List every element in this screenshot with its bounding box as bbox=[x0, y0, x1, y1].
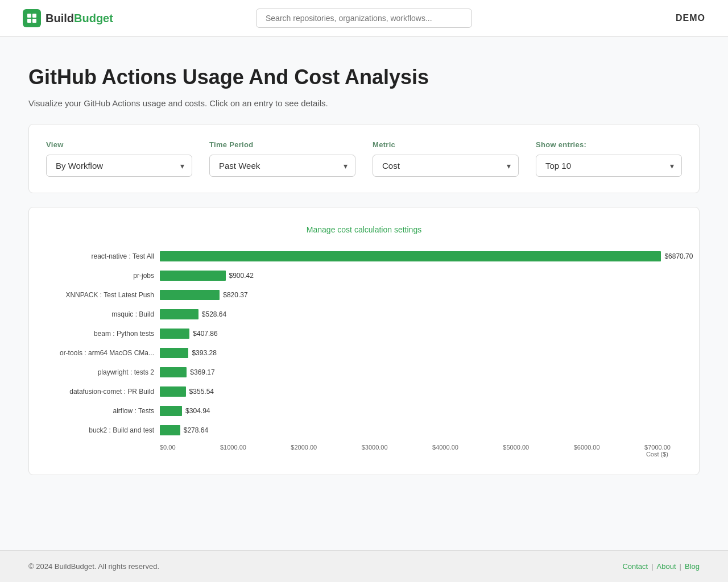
bar-label: react-native : Test All bbox=[46, 252, 160, 260]
entries-label: Show entries: bbox=[536, 140, 682, 149]
bar-value-label: $355.54 bbox=[186, 388, 214, 396]
bar-row[interactable]: beam : Python tests$407.86 bbox=[46, 326, 671, 342]
svg-rect-3 bbox=[32, 19, 36, 23]
bar-label: airflow : Tests bbox=[46, 407, 160, 415]
bar-row[interactable]: playwright : tests 2$369.17 bbox=[46, 364, 671, 380]
filter-row: View By Workflow By Repository By Organi… bbox=[46, 140, 682, 177]
x-axis-row: $0.00$1000.00$2000.00$3000.00$4000.00$50… bbox=[46, 444, 671, 451]
x-axis-label: $5000.00 bbox=[503, 444, 529, 451]
filter-group-time: Time Period Past Week Past Month Past 3 … bbox=[209, 140, 355, 177]
x-axis-title: Cost ($) bbox=[646, 451, 671, 458]
bar-fill bbox=[160, 329, 189, 339]
search-input[interactable] bbox=[256, 9, 472, 28]
logo-budget: Budget bbox=[74, 12, 113, 24]
bar-fill bbox=[160, 386, 186, 397]
bar-label: msquic : Build bbox=[46, 310, 160, 318]
footer-links: Contact | About | Blog bbox=[622, 562, 700, 571]
bars-container: react-native : Test All$6870.70pr-jobs$9… bbox=[46, 248, 671, 442]
bar-label: buck2 : Build and test bbox=[46, 426, 160, 434]
x-axis-label: $4000.00 bbox=[432, 444, 458, 451]
bar-row[interactable]: msquic : Build$528.64 bbox=[46, 306, 671, 322]
main-content: GitHub Actions Usage And Cost Analysis V… bbox=[0, 37, 728, 550]
bar-track: $304.94 bbox=[160, 403, 671, 419]
logo-build: Build bbox=[46, 12, 74, 24]
bar-row[interactable]: or-tools : arm64 MacOS CMa...$393.28 bbox=[46, 345, 671, 361]
filter-group-entries: Show entries: Top 5 Top 10 Top 20 Top 50 bbox=[536, 140, 682, 177]
filter-card: View By Workflow By Repository By Organi… bbox=[28, 124, 700, 193]
bar-track: $407.86 bbox=[160, 326, 671, 342]
logo-text: BuildBudget bbox=[46, 12, 113, 25]
view-select-wrapper: By Workflow By Repository By Organizatio… bbox=[46, 155, 192, 177]
bar-fill bbox=[160, 290, 220, 300]
bar-row[interactable]: buck2 : Build and test$278.64 bbox=[46, 422, 671, 438]
svg-rect-1 bbox=[32, 14, 36, 18]
bar-track: $355.54 bbox=[160, 384, 671, 400]
bar-value-label: $820.37 bbox=[220, 291, 247, 299]
bar-row[interactable]: airflow : Tests$304.94 bbox=[46, 403, 671, 419]
time-select[interactable]: Past Week Past Month Past 3 Months Past … bbox=[209, 155, 355, 177]
bar-row[interactable]: react-native : Test All$6870.70 bbox=[46, 248, 671, 264]
metric-select-wrapper: Cost Duration Runs bbox=[373, 155, 519, 177]
bar-track: $528.64 bbox=[160, 306, 671, 322]
footer-separator-2: | bbox=[680, 562, 681, 571]
bar-fill bbox=[160, 425, 180, 435]
x-axis-label: $7000.00 bbox=[644, 444, 671, 451]
demo-label: DEMO bbox=[676, 13, 705, 23]
bar-fill bbox=[160, 367, 187, 377]
footer-separator-1: | bbox=[651, 562, 653, 571]
view-select[interactable]: By Workflow By Repository By Organizatio… bbox=[46, 155, 192, 177]
bar-track: $6870.70 bbox=[160, 248, 671, 264]
manage-cost-link[interactable]: Manage cost calculation settings bbox=[307, 225, 421, 234]
bar-value-label: $528.64 bbox=[198, 310, 226, 318]
logo[interactable]: BuildBudget bbox=[23, 9, 113, 27]
bar-label: playwright : tests 2 bbox=[46, 368, 160, 376]
x-axis-label: $6000.00 bbox=[574, 444, 600, 451]
bar-fill bbox=[160, 271, 226, 281]
svg-rect-0 bbox=[27, 14, 31, 18]
logo-svg bbox=[26, 13, 38, 24]
x-axis-label: $3000.00 bbox=[362, 444, 388, 451]
search-box bbox=[256, 9, 472, 28]
header: BuildBudget DEMO bbox=[0, 0, 728, 37]
bar-fill bbox=[160, 348, 188, 358]
logo-icon bbox=[23, 9, 41, 27]
bar-label: or-tools : arm64 MacOS CMa... bbox=[46, 349, 160, 357]
filter-group-metric: Metric Cost Duration Runs bbox=[373, 140, 519, 177]
bar-row[interactable]: pr-jobs$900.42 bbox=[46, 268, 671, 284]
x-axis-label: $2000.00 bbox=[291, 444, 317, 451]
footer-contact-link[interactable]: Contact bbox=[622, 562, 648, 571]
bar-value-label: $900.42 bbox=[226, 272, 254, 280]
bar-fill bbox=[160, 309, 198, 319]
bar-fill bbox=[160, 406, 182, 416]
filter-group-view: View By Workflow By Repository By Organi… bbox=[46, 140, 192, 177]
bar-value-label: $278.64 bbox=[180, 426, 208, 434]
bar-value-label: $304.94 bbox=[182, 407, 210, 415]
bar-track: $900.42 bbox=[160, 268, 671, 284]
bar-track: $369.17 bbox=[160, 364, 671, 380]
entries-select-wrapper: Top 5 Top 10 Top 20 Top 50 bbox=[536, 155, 682, 177]
footer-about-link[interactable]: About bbox=[657, 562, 676, 571]
bar-label: XNNPACK : Test Latest Push bbox=[46, 291, 160, 299]
bar-label: datafusion-comet : PR Build bbox=[46, 388, 160, 396]
bar-value-label: $6870.70 bbox=[661, 252, 693, 260]
bar-track: $278.64 bbox=[160, 422, 671, 438]
metric-select[interactable]: Cost Duration Runs bbox=[373, 155, 519, 177]
entries-select[interactable]: Top 5 Top 10 Top 20 Top 50 bbox=[536, 155, 682, 177]
bar-row[interactable]: datafusion-comet : PR Build$355.54 bbox=[46, 384, 671, 400]
x-axis-label: $1000.00 bbox=[220, 444, 246, 451]
x-axis-label: $0.00 bbox=[160, 444, 176, 451]
svg-rect-2 bbox=[27, 19, 31, 23]
bar-row[interactable]: XNNPACK : Test Latest Push$820.37 bbox=[46, 287, 671, 303]
time-select-wrapper: Past Week Past Month Past 3 Months Past … bbox=[209, 155, 355, 177]
manage-link-container: Manage cost calculation settings bbox=[46, 225, 682, 235]
footer-blog-link[interactable]: Blog bbox=[685, 562, 700, 571]
bar-chart: react-native : Test All$6870.70pr-jobs$9… bbox=[46, 248, 682, 458]
chart-card: Manage cost calculation settings react-n… bbox=[28, 207, 700, 475]
bar-label: beam : Python tests bbox=[46, 330, 160, 338]
footer: © 2024 BuildBudget. All rights reserved.… bbox=[0, 550, 728, 582]
footer-copyright: © 2024 BuildBudget. All rights reserved. bbox=[28, 562, 159, 571]
bar-track: $820.37 bbox=[160, 287, 671, 303]
time-label: Time Period bbox=[209, 140, 355, 149]
x-axis-labels: $0.00$1000.00$2000.00$3000.00$4000.00$50… bbox=[160, 444, 671, 451]
page-subtitle: Visualize your GitHub Actions usage and … bbox=[28, 98, 700, 108]
